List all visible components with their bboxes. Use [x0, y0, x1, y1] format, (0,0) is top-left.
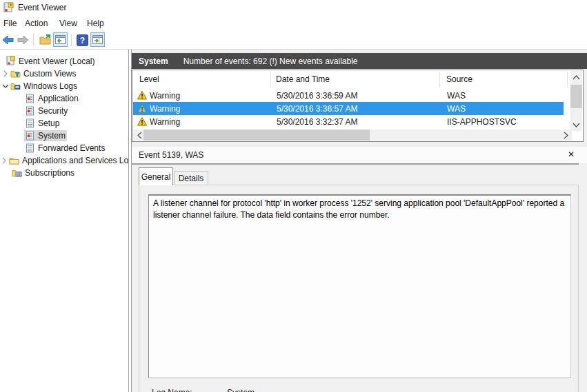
general-tab-page: A listener channel for protocol 'http' i… — [139, 185, 579, 392]
log-header-subtitle: Number of events: 692 (!) New events ava… — [183, 56, 358, 66]
event-log-plain-icon — [24, 143, 35, 153]
forward-button[interactable] — [17, 34, 30, 45]
log-name-value: System — [227, 388, 255, 392]
scroll-down-icon[interactable] — [572, 121, 581, 129]
tree-label: Custom Views — [22, 68, 77, 79]
warning-icon — [137, 91, 147, 100]
tree-item-applications-and-services[interactable]: Applications and Services Lo — [0, 154, 128, 166]
console-tree-icon — [55, 35, 66, 44]
menu-bar: File Action View Help — [0, 15, 587, 32]
console-tree: Event Viewer (Local) Custom Views Window… — [0, 50, 129, 392]
warning-icon — [137, 104, 147, 113]
title-bar: Event Viewer — [0, 0, 587, 15]
tree-label: Application — [37, 93, 80, 104]
cell-level: Warning — [150, 104, 180, 114]
event-list: Level Date and Time Source Warning 5/30/… — [132, 70, 584, 142]
cell-date: 5/30/2016 3:32:37 AM — [277, 117, 357, 127]
horizontal-scrollbar[interactable] — [133, 130, 572, 141]
cell-source: WAS — [447, 104, 466, 114]
event-preview-header: Event 5139, WAS — [132, 147, 587, 163]
windows-logs-folder-icon — [10, 81, 21, 91]
show-console-tree-button[interactable] — [53, 32, 68, 47]
scrollbar-thumb[interactable] — [143, 130, 370, 141]
column-header-date[interactable]: Date and Time — [276, 74, 330, 84]
tree-label: System — [37, 130, 67, 141]
cell-date: 5/30/2016 3:36:57 AM — [277, 104, 357, 114]
column-divider[interactable] — [439, 72, 440, 87]
svg-text:?: ? — [79, 36, 84, 45]
tree-item-subscriptions[interactable]: Subscriptions — [0, 167, 128, 178]
open-saved-log-button[interactable] — [38, 33, 52, 47]
menu-file[interactable]: File — [3, 18, 17, 29]
cell-date: 5/30/2016 3:36:59 AM — [277, 91, 357, 101]
log-header-title: System — [139, 56, 168, 66]
scroll-right-icon[interactable] — [561, 131, 570, 139]
tree-item-application[interactable]: Application — [0, 92, 128, 104]
folder-open-icon — [39, 34, 52, 45]
menu-action[interactable]: Action — [25, 18, 48, 29]
subscriptions-folder-icon — [11, 167, 22, 178]
event-row[interactable]: Warning 5/30/2016 3:32:37 AM IIS-APPHOST… — [133, 115, 564, 128]
chevron-right-icon[interactable] — [1, 70, 10, 78]
scroll-up-icon[interactable] — [572, 73, 581, 81]
scrollbar-thumb[interactable] — [570, 85, 582, 108]
column-divider[interactable] — [567, 72, 568, 87]
tree-label: Applications and Services Lo — [21, 155, 129, 166]
event-log-icon — [24, 105, 35, 116]
tree-item-custom-views[interactable]: Custom Views — [0, 68, 128, 79]
help-icon: ? — [77, 34, 88, 46]
log-header-bar: System Number of events: 692 (!) New eve… — [132, 53, 587, 69]
preview-divider — [132, 163, 579, 165]
tree-item-security[interactable]: Security — [0, 105, 128, 116]
tree-item-windows-logs[interactable]: Windows Logs — [0, 80, 128, 92]
help-button[interactable]: ? — [75, 33, 89, 47]
tab-general[interactable]: General — [139, 167, 173, 185]
event-viewer-icon — [5, 56, 16, 66]
column-header-level[interactable]: Level — [139, 74, 159, 84]
tree-item-setup[interactable]: Setup — [0, 117, 128, 129]
column-header-source[interactable]: Source — [446, 74, 472, 84]
scroll-left-icon[interactable] — [135, 131, 143, 139]
forward-arrow-icon — [17, 35, 29, 45]
tree-label: Security — [37, 105, 69, 116]
cell-source: IIS-APPHOSTSVC — [447, 117, 517, 127]
event-preview-title: Event 5139, WAS — [139, 150, 203, 160]
results-pane: System Number of events: 692 (!) New eve… — [131, 50, 587, 392]
event-description-text: A listener channel for protocol 'http' i… — [153, 198, 564, 220]
event-row-selected[interactable]: Warning 5/30/2016 3:36:57 AM WAS — [133, 102, 564, 115]
show-action-pane-button[interactable] — [90, 32, 105, 47]
event-log-icon — [24, 93, 35, 103]
action-pane-icon — [92, 35, 103, 44]
cell-source: WAS — [447, 91, 466, 101]
custom-views-folder-icon — [10, 68, 21, 79]
menu-help[interactable]: Help — [87, 18, 104, 29]
tree-label: Forwarded Events — [37, 143, 106, 154]
tab-details[interactable]: Details — [174, 171, 208, 185]
tree-item-system[interactable]: System — [0, 130, 128, 141]
event-description-box[interactable]: A listener channel for protocol 'http' i… — [148, 194, 571, 378]
tree-item-forwarded-events[interactable]: Forwarded Events — [0, 142, 128, 154]
event-log-plain-icon — [24, 118, 35, 128]
folder-icon — [8, 155, 19, 165]
event-log-icon — [24, 130, 35, 141]
chevron-down-icon[interactable] — [1, 82, 10, 90]
tree-label: Setup — [37, 118, 61, 129]
tree-item-event-viewer-local[interactable]: Event Viewer (Local) — [0, 55, 128, 67]
warning-icon — [137, 117, 147, 126]
tree-label: Windows Logs — [22, 81, 79, 92]
log-name-label: Log Name: — [152, 388, 192, 392]
vertical-scrollbar[interactable] — [570, 71, 582, 131]
column-divider[interactable] — [270, 72, 271, 87]
close-icon[interactable]: ✕ — [568, 149, 575, 159]
window-title: Event Viewer — [18, 3, 66, 12]
cell-level: Warning — [150, 117, 180, 127]
menu-view[interactable]: View — [59, 18, 77, 29]
toolbar-separator — [33, 34, 34, 46]
cell-level: Warning — [150, 91, 180, 101]
tree-label: Event Viewer (Local) — [17, 56, 97, 67]
tree-label: Subscriptions — [23, 167, 76, 178]
back-button[interactable] — [1, 34, 14, 45]
chevron-right-icon[interactable] — [0, 156, 8, 165]
event-row[interactable]: Warning 5/30/2016 3:36:59 AM WAS — [133, 89, 564, 102]
app-icon — [3, 2, 14, 13]
